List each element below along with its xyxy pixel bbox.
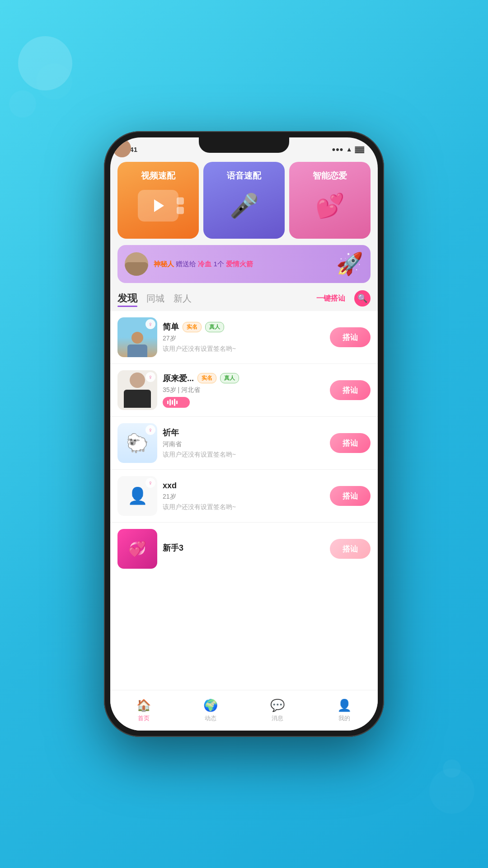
match-button[interactable]: 搭讪 [330,327,371,347]
match-button[interactable]: 搭讪 [330,486,371,506]
user-info: 简单 实名 真人 27岁 该用户还没有设置签名哟~ [163,321,324,353]
user-name: xxd [163,481,177,491]
signal-icon: ●●● [332,146,343,153]
user-list: ♀ 简单 实名 真人 27岁 该用户还没有设置 [110,311,378,690]
avatar: 💞 [117,529,157,569]
avatar: ♀ 👤 [117,476,157,516]
banner-text: 神秘人 赠送给 冷血 1个 爱情火箭 [154,260,331,269]
feature-card-voice-title: 语音速配 [227,170,261,182]
nav-item-mine[interactable]: 👤 我的 [311,698,378,722]
gender-icon: ♀ [145,372,155,382]
tag-realname: 实名 [197,373,216,383]
nav-label-home: 首页 [138,714,150,722]
bottom-nav: 🏠 首页 🌍 动态 💬 消息 👤 我的 [110,690,378,731]
user-info: 祈年 河南省 该用户还没有设置签名哟~ [163,427,324,459]
hearts-icon: 💕 [310,185,350,226]
feature-card-love[interactable]: 智能恋爱 💕 [289,162,371,239]
feature-cards: 视频速配 语音速配 🎤 [110,157,378,245]
feature-card-love-title: 智能恋爱 [313,170,347,182]
nav-label-message: 消息 [272,714,283,722]
user-item[interactable]: 💞 新手3 搭讪 [110,523,378,575]
phone-shell: 8:41 ●●● ▲ ▓▓ 视频速配 [104,131,384,737]
audio-wave-icon [167,399,178,406]
microphone-icon: 🎤 [224,185,264,226]
nav-label-mine: 我的 [338,714,350,722]
user-location: 河南省 [163,440,324,448]
nav-item-message[interactable]: 💬 消息 [244,698,311,722]
gender-icon: ♀ [145,478,155,488]
user-bio: 该用户还没有设置签名哟~ [163,345,324,353]
user-age: 27岁 [163,335,324,343]
tab-city[interactable]: 同城 [146,292,164,305]
battery-icon: ▓▓ [355,146,364,153]
message-icon: 💬 [270,698,285,712]
user-bio: 该用户还没有设置签名哟~ [163,503,324,511]
user-name-row: 简单 实名 真人 [163,321,324,332]
tab-discover[interactable]: 发现 [117,292,137,305]
match-button[interactable]: 搭讪 [330,433,371,453]
phone-screen: 8:41 ●●● ▲ ▓▓ 视频速配 [110,137,378,731]
nav-label-dynamic: 动态 [205,714,216,722]
tag-real: 真人 [220,373,239,383]
user-item[interactable]: ♀ 👤 xxd 21岁 该用户还没有设置签名哟~ 搭讪 [110,470,378,523]
user-age-location: 35岁 | 河北省 [163,386,324,394]
user-info: 新手3 [163,542,324,556]
user-item[interactable]: ♀ 简单 实名 真人 27岁 该用户还没有设置 [110,311,378,364]
user-name-row: 新手3 [163,542,324,553]
user-item[interactable]: ♀ 🐑 祈年 河南省 该用户还没有设置签名哟~ 搭讪 [110,417,378,470]
user-name: 简单 [163,321,179,332]
rocket-icon: 🚀 [336,251,363,277]
play-triangle-icon [154,199,164,212]
search-icon[interactable]: 🔍 [354,290,371,307]
user-name-row: 祈年 [163,427,324,438]
status-icons: ●●● ▲ ▓▓ [332,146,364,153]
home-icon: 🏠 [136,698,151,712]
user-name: 祈年 [163,427,179,438]
tag-real: 真人 [205,322,224,332]
nav-item-dynamic[interactable]: 🌍 动态 [177,698,244,722]
gender-icon: ♀ [145,425,155,435]
user-name-row: xxd [163,481,324,491]
user-item[interactable]: ♀ 原来爱... 实名 真人 35岁 | 河北省 [110,364,378,417]
video-icon [138,185,178,226]
avatar: ♀ [117,370,157,410]
user-age: 21岁 [163,493,324,501]
user-info: 原来爱... 实名 真人 35岁 | 河北省 [163,373,324,408]
feature-card-video-title: 视频速配 [141,170,175,182]
match-button[interactable]: 搭讪 [330,380,371,400]
banner-avatar [125,252,148,276]
notch [199,137,289,153]
user-info: xxd 21岁 该用户还没有设置签名哟~ [163,481,324,511]
gender-icon: ♀ [145,319,155,329]
wifi-icon: ▲ [346,146,352,153]
quick-match-button[interactable]: 一键搭讪 [316,294,345,303]
mine-icon: 👤 [337,698,352,712]
avatar: ♀ 🐑 [117,423,157,463]
dynamic-icon: 🌍 [203,698,218,712]
user-name: 原来爱... [163,373,194,384]
feature-card-video[interactable]: 视频速配 [117,162,199,239]
tag-realname: 实名 [183,322,202,332]
feature-card-voice[interactable]: 语音速配 🎤 [203,162,285,239]
avatar: ♀ [117,317,157,357]
audio-bar[interactable] [163,397,190,408]
camera-bumps [177,198,184,214]
user-name-row: 原来爱... 实名 真人 [163,373,324,384]
tabs-row: 发现 同城 新人 一键搭讪 🔍 [110,288,378,311]
user-name: 新手3 [163,542,183,553]
user-bio: 该用户还没有设置签名哟~ [163,451,324,459]
gift-banner[interactable]: 神秘人 赠送给 冷血 1个 爱情火箭 🚀 [117,245,371,283]
match-button[interactable]: 搭讪 [330,539,371,559]
nav-item-home[interactable]: 🏠 首页 [110,698,177,722]
tab-new[interactable]: 新人 [174,292,192,305]
